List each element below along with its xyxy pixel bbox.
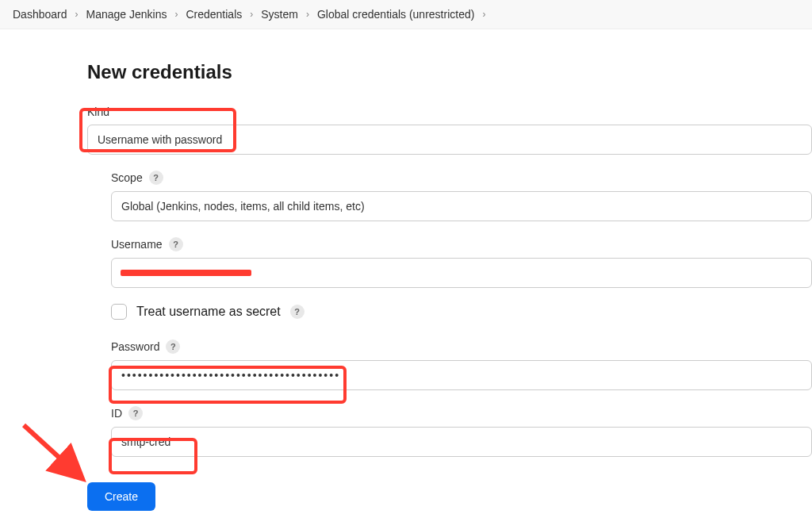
page-title: New credentials bbox=[87, 61, 812, 83]
chevron-right-icon: › bbox=[75, 9, 79, 20]
chevron-right-icon: › bbox=[174, 9, 178, 20]
help-icon[interactable]: ? bbox=[166, 339, 180, 354]
id-input[interactable] bbox=[111, 427, 812, 457]
chevron-right-icon: › bbox=[250, 9, 253, 20]
scope-label: Scope bbox=[111, 171, 143, 184]
password-input[interactable] bbox=[111, 360, 812, 390]
help-icon[interactable]: ? bbox=[149, 171, 163, 185]
help-icon[interactable]: ? bbox=[290, 305, 304, 319]
kind-label: Kind bbox=[87, 105, 812, 118]
breadcrumb-dashboard[interactable]: Dashboard bbox=[13, 8, 67, 21]
breadcrumb: Dashboard › Manage Jenkins › Credentials… bbox=[0, 0, 812, 29]
breadcrumb-system[interactable]: System bbox=[261, 8, 298, 21]
create-button[interactable]: Create bbox=[87, 482, 155, 511]
password-label: Password bbox=[111, 340, 159, 353]
id-label: ID bbox=[111, 407, 122, 420]
scope-select[interactable] bbox=[111, 191, 812, 221]
treat-username-secret-label: Treat username as secret bbox=[136, 305, 281, 319]
help-icon[interactable]: ? bbox=[169, 237, 183, 251]
breadcrumb-credentials[interactable]: Credentials bbox=[186, 8, 242, 21]
treat-username-secret-checkbox[interactable] bbox=[111, 304, 127, 320]
breadcrumb-manage-jenkins[interactable]: Manage Jenkins bbox=[86, 8, 167, 21]
help-icon[interactable]: ? bbox=[128, 406, 143, 420]
kind-select[interactable] bbox=[87, 125, 812, 155]
breadcrumb-global-credentials[interactable]: Global credentials (unrestricted) bbox=[317, 8, 474, 21]
username-label: Username bbox=[111, 238, 163, 251]
chevron-right-icon: › bbox=[306, 9, 309, 20]
redacted-username bbox=[121, 270, 251, 276]
chevron-right-icon: › bbox=[482, 9, 485, 20]
